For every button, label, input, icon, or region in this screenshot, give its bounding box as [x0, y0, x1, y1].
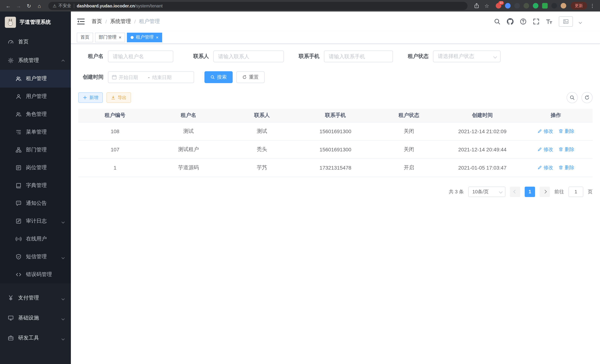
cell-contact: 测试: [225, 122, 299, 140]
edit-button[interactable]: 修改: [537, 164, 553, 171]
edit-button[interactable]: 修改: [537, 146, 553, 153]
sidebar-item-system-management[interactable]: 系统管理: [0, 51, 71, 70]
delete-button[interactable]: 删除: [558, 128, 574, 134]
delete-button[interactable]: 删除: [558, 146, 574, 153]
extension-icon-8[interactable]: [561, 3, 566, 9]
tab-dept-management[interactable]: 部门管理 ×: [95, 32, 125, 42]
sidebar-item-tenant-management[interactable]: 租户管理: [0, 70, 71, 88]
avatar-chevron-down-icon[interactable]: [579, 18, 581, 25]
search-button[interactable]: 搜索: [205, 71, 233, 83]
sidebar-item-home[interactable]: 首页: [0, 33, 71, 51]
app-logo[interactable]: 芋道管理系统: [0, 11, 71, 33]
extension-badge: 10: [498, 1, 504, 5]
sidebar-item-devtools[interactable]: 研发工具: [0, 328, 71, 348]
tenant-name-input[interactable]: [108, 50, 173, 62]
sidebar-item-payment-management[interactable]: 支付管理: [0, 288, 71, 308]
browser-menu-icon[interactable]: ⋮: [589, 3, 596, 9]
tab-tenant-management[interactable]: 租户管理 ×: [127, 32, 162, 42]
extension-icon-4[interactable]: [524, 3, 529, 9]
sidebar-item-user-management[interactable]: 用户管理: [0, 88, 71, 105]
close-icon[interactable]: ×: [156, 35, 159, 39]
extension-icon-7[interactable]: [551, 3, 557, 9]
extensions-area: 10: [496, 3, 566, 9]
sidebar-item-online-users[interactable]: 在线用户: [0, 230, 71, 248]
extension-icon-3[interactable]: [514, 3, 520, 9]
refresh-icon: [242, 75, 247, 79]
user-avatar[interactable]: [559, 16, 573, 27]
breadcrumb-item-system[interactable]: 系统管理: [110, 18, 131, 25]
logo-image: [5, 17, 16, 28]
help-icon[interactable]: [520, 18, 526, 25]
extension-icon-6[interactable]: [542, 3, 548, 9]
sidebar: 芋道管理系统 首页 系统管理 租户管理 用户管理 角色管理: [0, 11, 71, 364]
main-area: 首页 / 系统管理 / 租户管理 首页: [71, 11, 600, 364]
close-icon[interactable]: ×: [119, 35, 121, 39]
toggle-search-button[interactable]: [567, 92, 578, 103]
extension-icon-5[interactable]: [533, 3, 538, 9]
font-size-icon[interactable]: [546, 18, 553, 25]
table-header: 租户编号 租户名 联系人 联系手机 租户状态 创建时间 操作: [78, 109, 593, 122]
sidebar-item-menu-management[interactable]: 菜单管理: [0, 123, 71, 141]
collapse-sidebar-icon[interactable]: [77, 17, 85, 25]
fullscreen-icon[interactable]: [533, 18, 540, 25]
delete-button[interactable]: 删除: [558, 164, 574, 171]
toolbox-icon: [8, 335, 14, 341]
export-button[interactable]: 导出: [106, 92, 131, 103]
github-icon[interactable]: [507, 18, 514, 25]
back-icon[interactable]: ←: [4, 1, 13, 10]
contact-input[interactable]: [213, 50, 284, 62]
reset-button[interactable]: 重置: [236, 71, 264, 83]
add-button[interactable]: 新增: [78, 92, 103, 103]
address-bar[interactable]: ⚠ 不安全 dashboard.yudao.iocoder.cn/system/…: [48, 2, 468, 10]
browser-chrome: ← → ↻ ⌂ ⚠ 不安全 dashboard.yudao.iocoder.cn…: [0, 0, 600, 11]
sidebar-item-post-management[interactable]: 岗位管理: [0, 159, 71, 177]
end-date-input[interactable]: [152, 75, 179, 80]
security-indicator[interactable]: ⚠ 不安全: [53, 3, 71, 9]
prev-page-button[interactable]: [510, 187, 520, 197]
browser-update-button[interactable]: 更新: [571, 2, 587, 10]
home-icon[interactable]: ⌂: [35, 1, 44, 10]
bookmark-star-icon[interactable]: ☆: [482, 1, 491, 10]
sidebar-item-notice[interactable]: 通知公告: [0, 195, 71, 212]
breadcrumb-separator: /: [105, 18, 107, 24]
extension-icon-2[interactable]: [505, 3, 511, 9]
tenant-status-select[interactable]: 请选择租户状态: [433, 50, 501, 62]
tab-home[interactable]: 首页: [77, 32, 93, 42]
search-icon[interactable]: [494, 18, 501, 25]
sidebar-item-sms-management[interactable]: 短信管理: [0, 248, 71, 266]
sidebar-item-label: 审计日志: [26, 218, 57, 224]
phone-input[interactable]: [324, 50, 393, 62]
next-page-button[interactable]: [540, 187, 550, 197]
start-date-input[interactable]: [119, 75, 145, 80]
date-range-picker[interactable]: -: [108, 71, 194, 83]
sidebar-item-audit-log[interactable]: 审计日志: [0, 212, 71, 230]
sidebar-item-label: 首页: [18, 38, 71, 45]
badge-icon: [16, 165, 21, 171]
sidebar-item-errorcode-management[interactable]: 错误码管理: [0, 266, 71, 283]
sidebar-item-infrastructure[interactable]: 基础设施: [0, 308, 71, 328]
active-tab-dot: [131, 36, 134, 39]
forward-icon[interactable]: →: [14, 1, 23, 10]
sidebar-item-label: 租户管理: [26, 75, 71, 82]
sidebar-item-dict-management[interactable]: 字典管理: [0, 177, 71, 195]
sidebar-item-role-management[interactable]: 角色管理: [0, 105, 71, 123]
chevron-left-icon: [513, 190, 517, 194]
extension-icon-1[interactable]: 10: [496, 3, 501, 9]
page-size-select[interactable]: 10条/页: [468, 187, 505, 197]
edit-button[interactable]: 修改: [537, 128, 553, 134]
share-icon[interactable]: [472, 1, 481, 10]
page-number-button[interactable]: 1: [525, 187, 535, 197]
col-header-actions: 操作: [519, 109, 593, 122]
breadcrumb-item-current: 租户管理: [139, 18, 160, 25]
monitor-icon: [8, 315, 14, 321]
sidebar-item-dept-management[interactable]: 部门管理: [0, 141, 71, 159]
col-header-created-at: 创建时间: [446, 109, 519, 122]
chevron-down-icon: [62, 218, 64, 224]
goto-page-input[interactable]: [568, 187, 583, 197]
filter-status: 租户状态 请选择租户状态: [403, 50, 501, 62]
refresh-table-button[interactable]: [581, 92, 593, 103]
breadcrumb-item-home[interactable]: 首页: [92, 18, 102, 25]
code-icon: [16, 272, 21, 278]
reload-icon[interactable]: ↻: [25, 1, 33, 10]
chevron-down-icon: [62, 335, 64, 341]
